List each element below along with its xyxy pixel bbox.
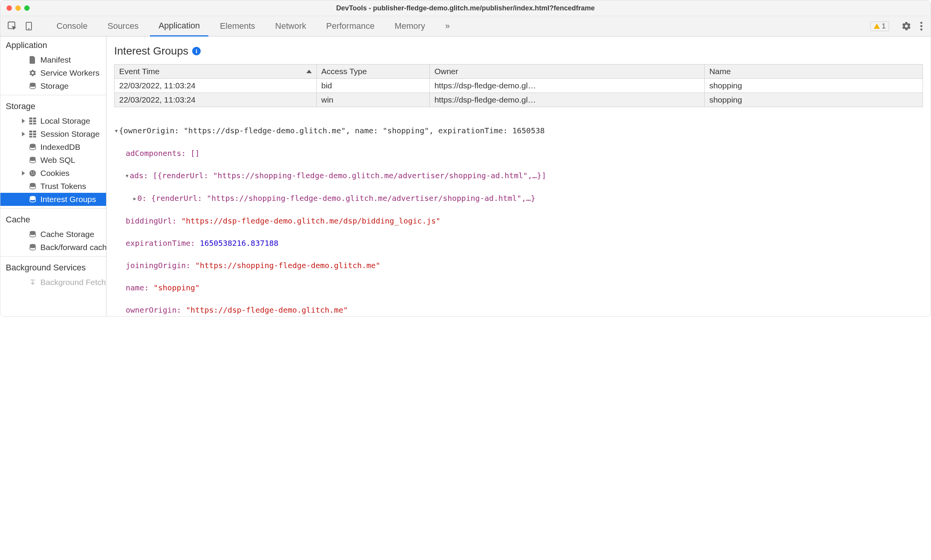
panel-title: Interest Groups i: [106, 36, 931, 64]
sidebar-item-bfcache[interactable]: Back/forward cach: [0, 241, 106, 254]
info-icon[interactable]: i: [192, 47, 201, 55]
tab-application[interactable]: Application: [150, 16, 208, 36]
table-row[interactable]: 22/03/2022, 11:03:24 win https://dsp-fle…: [115, 93, 923, 107]
cell-owner: https://dsp-fledge-demo.gl…: [430, 93, 705, 107]
col-name[interactable]: Name: [705, 65, 923, 79]
sidebar-item-service-workers[interactable]: Service Workers: [0, 66, 106, 80]
main-toolbar: Console Sources Application Elements Net…: [0, 16, 931, 36]
tab-sources[interactable]: Sources: [99, 16, 147, 36]
tab-performance[interactable]: Performance: [318, 16, 383, 36]
sidebar-item-label: Background Fetch: [40, 278, 106, 287]
grid-icon: [29, 117, 37, 125]
tab-network[interactable]: Network: [267, 16, 315, 36]
cell-name: shopping: [705, 93, 923, 107]
sidebar-item-label: Cookies: [40, 169, 70, 178]
svg-rect-15: [29, 133, 32, 135]
cell-type: win: [316, 93, 429, 107]
db-icon: [29, 182, 37, 190]
svg-rect-18: [33, 136, 36, 138]
col-owner[interactable]: Owner: [430, 65, 705, 79]
sidebar-item-cache-storage[interactable]: Cache Storage: [0, 228, 106, 241]
sidebar-item-label: Local Storage: [40, 116, 90, 126]
file-icon: [29, 56, 37, 64]
devtools-window: DevTools - publisher-fledge-demo.glitch.…: [0, 0, 931, 316]
svg-rect-7: [29, 118, 32, 119]
json-prop: expirationTime: 1650538216.837188: [107, 238, 923, 249]
sidebar-item-storage[interactable]: Storage: [0, 80, 106, 93]
cell-name: shopping: [705, 79, 923, 93]
sidebar-item-local-storage[interactable]: Local Storage: [0, 114, 106, 128]
sidebar-item-label: Trust Tokens: [40, 182, 86, 191]
sidebar-item-label: IndexedDB: [40, 142, 80, 152]
sidebar-item-trust-tokens[interactable]: Trust Tokens: [0, 180, 106, 193]
svg-rect-9: [29, 120, 32, 122]
cookie-icon: [29, 169, 37, 177]
warnings-count: 1: [882, 22, 886, 30]
cell-time: 22/03/2022, 11:03:24: [115, 79, 317, 93]
main-area: Application Manifest Service Workers Sto…: [0, 36, 931, 316]
svg-point-5: [920, 28, 922, 30]
db-icon: [29, 156, 37, 164]
more-tabs-button[interactable]: »: [437, 16, 458, 36]
sidebar-item-interest-groups[interactable]: Interest Groups: [0, 193, 106, 206]
db-icon: [29, 244, 37, 251]
sidebar-item-session-storage[interactable]: Session Storage: [0, 128, 106, 141]
sidebar-item-background-fetch[interactable]: Background Fetch: [0, 276, 106, 289]
sidebar-item-cookies[interactable]: Cookies: [0, 167, 106, 180]
svg-point-25: [33, 174, 34, 174]
json-prop: ownerOrigin: "https://dsp-fledge-demo.gl…: [107, 305, 923, 316]
sidebar-item-websql[interactable]: Web SQL: [0, 154, 106, 167]
section-application: Application: [0, 36, 106, 53]
inspect-element-icon[interactable]: [7, 21, 17, 31]
svg-rect-8: [33, 118, 36, 119]
sidebar-item-label: Interest Groups: [40, 195, 96, 204]
grid-icon: [29, 130, 37, 138]
warnings-badge[interactable]: 1: [870, 22, 889, 31]
upload-icon: [29, 278, 37, 286]
json-prop: joiningOrigin: "https://shopping-fledge-…: [107, 260, 923, 271]
tab-console[interactable]: Console: [48, 16, 96, 36]
svg-point-4: [920, 25, 922, 27]
sidebar-item-manifest[interactable]: Manifest: [0, 53, 106, 66]
svg-rect-16: [33, 133, 36, 135]
sidebar-item-label: Web SQL: [40, 156, 75, 165]
close-window-button[interactable]: [7, 5, 12, 11]
tab-memory[interactable]: Memory: [386, 16, 433, 36]
sidebar-item-indexeddb[interactable]: IndexedDB: [0, 141, 106, 154]
svg-rect-17: [29, 136, 32, 138]
sidebar-item-label: Back/forward cach: [40, 243, 106, 252]
svg-point-23: [33, 172, 34, 172]
svg-rect-14: [33, 131, 36, 133]
db-icon: [29, 196, 37, 203]
sidebar-item-label: Service Workers: [40, 68, 100, 78]
col-event-time[interactable]: Event Time: [115, 65, 317, 79]
section-storage: Storage: [0, 95, 106, 114]
col-access-type[interactable]: Access Type: [316, 65, 429, 79]
window-title: DevTools - publisher-fledge-demo.glitch.…: [7, 4, 924, 12]
panel-title-text: Interest Groups: [114, 45, 188, 57]
svg-rect-12: [33, 123, 36, 124]
more-options-icon[interactable]: [920, 21, 923, 31]
json-detail-view[interactable]: {ownerOrigin: "https://dsp-fledge-demo.g…: [106, 107, 931, 316]
svg-rect-13: [29, 131, 32, 133]
sidebar-item-label: Cache Storage: [40, 230, 94, 239]
sidebar-item-label: Session Storage: [40, 129, 100, 139]
json-ads-0[interactable]: 0: {renderUrl: "https://shopping-fledge-…: [107, 193, 923, 204]
sidebar-item-label: Manifest: [40, 55, 71, 65]
warning-icon: [874, 23, 880, 29]
json-ads[interactable]: ads: [{renderUrl: "https://shopping-fled…: [107, 170, 923, 182]
fullscreen-window-button[interactable]: [24, 5, 30, 11]
sidebar-item-label: Storage: [40, 81, 69, 91]
device-toolbar-icon[interactable]: [24, 21, 33, 31]
settings-icon[interactable]: [901, 21, 911, 31]
cell-type: bid: [316, 79, 429, 93]
traffic-lights: [7, 5, 30, 11]
db-icon: [29, 143, 37, 151]
gear-icon: [29, 69, 37, 77]
tab-elements[interactable]: Elements: [211, 16, 264, 36]
table-row[interactable]: 22/03/2022, 11:03:24 bid https://dsp-fle…: [115, 79, 923, 93]
cell-time: 22/03/2022, 11:03:24: [115, 93, 317, 107]
section-cache: Cache: [0, 209, 106, 228]
json-root[interactable]: {ownerOrigin: "https://dsp-fledge-demo.g…: [107, 125, 923, 137]
minimize-window-button[interactable]: [15, 5, 21, 11]
